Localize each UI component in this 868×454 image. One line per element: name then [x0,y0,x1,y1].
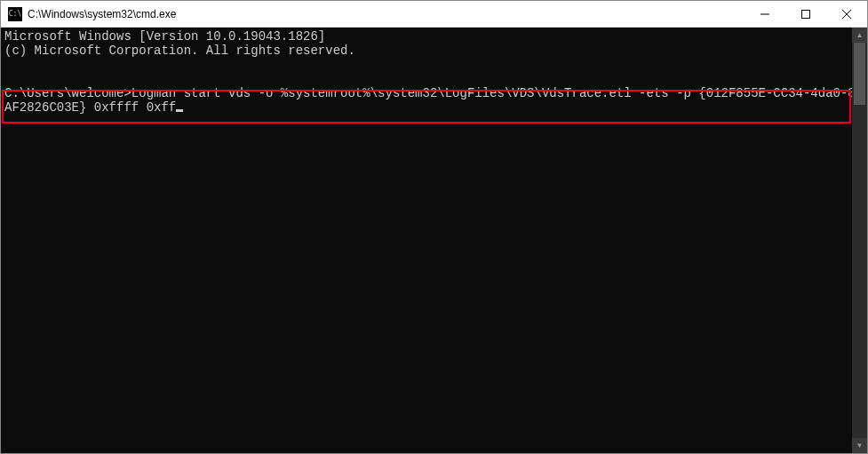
window-title: C:\Windows\system32\cmd.exe [28,8,745,20]
banner-line-1: Microsoft Windows [Version 10.0.19043.18… [4,29,325,44]
close-button[interactable] [826,1,867,27]
cmd-window: C:\ C:\Windows\system32\cmd.exe Microsof… [0,0,868,454]
scroll-down-button[interactable]: ▼ [852,438,867,453]
maximize-button[interactable] [785,1,826,27]
cmd-icon: C:\ [8,7,22,21]
maximize-icon [801,10,810,19]
vertical-scrollbar[interactable]: ▲ ▼ [852,28,867,453]
close-icon [842,10,851,19]
terminal[interactable]: Microsoft Windows [Version 10.0.19043.18… [1,28,852,453]
banner-line-2: (c) Microsoft Corporation. All rights re… [4,44,355,58]
minimize-icon [760,10,769,19]
terminal-area: Microsoft Windows [Version 10.0.19043.18… [1,28,867,453]
minimize-button[interactable] [745,1,785,27]
window-controls [745,1,867,27]
scroll-up-button[interactable]: ▲ [852,28,867,43]
titlebar[interactable]: C:\ C:\Windows\system32\cmd.exe [1,1,867,28]
text-cursor [176,109,183,112]
scroll-track[interactable] [852,43,867,438]
command-text-line1: Logman start vds -o %systemroot%\system3… [131,86,852,100]
svg-rect-1 [802,10,810,18]
command-text-line2: AF2826C03E} 0xffff 0xff [4,100,176,115]
scroll-thumb[interactable] [854,43,865,105]
prompt: C:\Users\welcome> [4,86,131,100]
